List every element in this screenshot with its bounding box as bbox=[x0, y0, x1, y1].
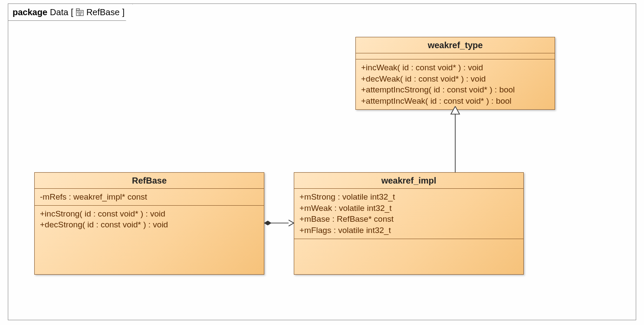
package-icon bbox=[76, 8, 84, 16]
svg-rect-0 bbox=[76, 10, 83, 16]
class-weakref-type[interactable]: weakref_type +incWeak( id : const void* … bbox=[355, 37, 555, 110]
attribute-row: +mBase : RefBase* const bbox=[299, 213, 518, 225]
attribute-compartment-weakref-impl: +mStrong : volatile int32_t +mWeak : vol… bbox=[294, 189, 523, 239]
package-frame: package Data [ RefBase ] weakref_type +i… bbox=[8, 3, 636, 320]
attribute-row: -mRefs : weakref_impl* const bbox=[40, 191, 259, 203]
operation-row: +decStrong( id : const void* ) : void bbox=[40, 219, 259, 230]
operation-row: +incStrong( id : const void* ) : void bbox=[40, 208, 259, 220]
generalization-connector bbox=[447, 106, 464, 173]
svg-rect-3 bbox=[80, 12, 82, 13]
bracket-close: ] bbox=[122, 7, 125, 17]
svg-rect-4 bbox=[79, 14, 81, 15]
bracket-open: [ bbox=[71, 7, 73, 17]
operation-compartment-weakref-type: +incWeak( id : const void* ) : void +dec… bbox=[356, 59, 555, 109]
package-keyword: package bbox=[13, 7, 47, 17]
attribute-row: +mWeak : volatile int32_t bbox=[299, 203, 518, 214]
operation-compartment-weakref-impl bbox=[294, 239, 523, 274]
class-weakref-impl[interactable]: weakref_impl +mStrong : volatile int32_t… bbox=[294, 172, 524, 275]
svg-rect-2 bbox=[78, 12, 79, 13]
operation-row: +attemptIncWeak( id : const void* ) : bo… bbox=[361, 95, 549, 107]
association-connector bbox=[264, 217, 295, 230]
operation-row: +attemptIncStrong( id : const void* ) : … bbox=[361, 84, 549, 95]
package-name: Data bbox=[50, 7, 68, 17]
class-refbase[interactable]: RefBase -mRefs : weakref_impl* const +in… bbox=[34, 172, 264, 275]
class-title-weakref-type: weakref_type bbox=[356, 37, 555, 53]
package-nested: RefBase bbox=[86, 7, 120, 17]
attribute-compartment-refbase: -mRefs : weakref_impl* const bbox=[35, 189, 264, 206]
attribute-row: +mStrong : volatile int32_t bbox=[299, 191, 518, 203]
class-title-refbase: RefBase bbox=[35, 173, 264, 189]
operation-row: +decWeak( id : const void* ) : void bbox=[361, 73, 549, 85]
class-title-weakref-impl: weakref_impl bbox=[294, 173, 523, 189]
svg-marker-8 bbox=[264, 221, 271, 225]
attribute-compartment-weakref-type bbox=[356, 53, 555, 59]
package-frame-tab: package Data [ RefBase ] bbox=[8, 3, 133, 21]
svg-rect-1 bbox=[76, 9, 79, 10]
operation-compartment-refbase: +incStrong( id : const void* ) : void +d… bbox=[35, 206, 264, 274]
attribute-row: +mFlags : volatile int32_t bbox=[299, 225, 518, 236]
operation-row: +incWeak( id : const void* ) : void bbox=[361, 62, 549, 73]
